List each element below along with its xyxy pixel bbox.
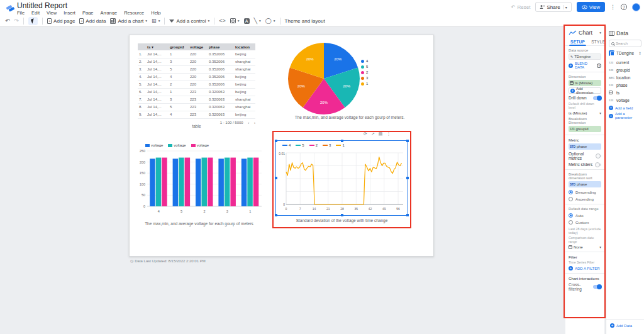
chart-type-icon[interactable]: ▤ (379, 131, 383, 136)
tab-setup[interactable]: SETUP (570, 40, 585, 44)
bar-chart[interactable]: 05010015020025045231 (136, 148, 265, 221)
tab-style[interactable]: STYLE (591, 40, 605, 44)
bar-4[interactable] (150, 159, 155, 206)
line-legend-item[interactable]: 5 (296, 143, 304, 147)
undo-icon[interactable]: ↶ (5, 18, 10, 24)
reset-button[interactable]: ↶Reset (511, 4, 531, 10)
report-title[interactable]: Untitled Report (17, 1, 67, 10)
line-chart-selected[interactable]: 45231 07142128354249560.010 (275, 140, 408, 216)
pie-legend-item[interactable]: 2 (361, 70, 368, 74)
blend-help-icon[interactable]: ? (597, 64, 601, 68)
table-row[interactable]: 5.Jul 14,...22200.352006beijing (138, 81, 255, 88)
pie-legend-item[interactable]: 4 (361, 59, 368, 63)
column-header-location[interactable]: location (234, 43, 255, 50)
optional-metrics-toggle[interactable] (596, 155, 601, 157)
bar-2[interactable] (202, 158, 208, 206)
table-row[interactable]: 2.Jul 14,...32200.352006shanghai (138, 58, 255, 65)
view-button[interactable]: View (577, 2, 605, 12)
data-source-row[interactable]: TDengine ⇕ (609, 50, 641, 56)
drill-down-toggle[interactable] (593, 96, 601, 100)
bar-3[interactable] (225, 158, 230, 206)
line-tool-button[interactable]: ╲▾ (254, 18, 261, 24)
data-source-chip[interactable]: ✎TDengine (569, 53, 601, 60)
bar-3[interactable] (218, 159, 224, 206)
add-page-button[interactable]: Add page (47, 18, 75, 24)
pie-legend-item[interactable]: 3 (361, 76, 368, 80)
shape-tool-button[interactable]: ◯▾ (265, 18, 275, 24)
cross-filtering-toggle[interactable] (593, 285, 601, 289)
dimension-chip[interactable]: ts (Minute) (569, 80, 601, 86)
pie-legend-item[interactable]: 5 (361, 65, 368, 69)
resize-handle[interactable] (341, 140, 343, 142)
column-header-ts[interactable]: ts ▾ (146, 43, 169, 50)
bar-2[interactable] (208, 158, 213, 206)
date-auto-option[interactable]: Auto (569, 213, 601, 218)
field-item-groupid[interactable]: 123groupid (609, 66, 641, 74)
collapse-fields-icon[interactable]: ⇕ (638, 51, 641, 55)
column-header-phase[interactable]: phase (208, 43, 234, 50)
bar-2[interactable] (196, 159, 201, 206)
bar-legend-item[interactable]: voltage (191, 143, 209, 147)
resize-handle[interactable] (275, 214, 277, 216)
pie-chart[interactable]: 20%20%20%20%20% (287, 42, 361, 118)
table-row[interactable]: 4.Jul 14,...42200.352006beijing (138, 73, 255, 81)
resize-handle[interactable] (341, 214, 343, 216)
add-field-button[interactable]: +Add a field (609, 106, 641, 110)
metric-sliders-toggle[interactable] (596, 164, 601, 166)
bar-1[interactable] (247, 158, 253, 206)
search-input[interactable] (616, 42, 639, 45)
image-tool-button[interactable]: ▾ (230, 18, 240, 23)
add-data-button-bottom[interactable]: +Add Data (610, 323, 640, 328)
share-dropdown-caret[interactable]: ▾ (563, 5, 567, 9)
bar-legend-item[interactable]: voltage (168, 143, 186, 147)
table-row[interactable]: 3.Jul 14,...52200.352006shanghai (138, 65, 255, 73)
date-custom-option[interactable]: Custom (569, 220, 601, 225)
theme-layout-button[interactable]: Theme and layout (285, 18, 325, 24)
add-filter-button[interactable]: +ADD A FILTER (569, 266, 601, 270)
bar-5[interactable] (185, 158, 191, 206)
resize-handle[interactable] (275, 140, 277, 142)
bar-4[interactable] (156, 158, 162, 206)
breakdown-sort-chip[interactable]: STDphase (569, 181, 601, 187)
share-button[interactable]: Share ▾ (535, 2, 571, 12)
share-chart-icon[interactable]: ↗ (371, 131, 375, 136)
chart-more-icon[interactable]: ⋮ (386, 131, 391, 136)
community-viz-button[interactable]: ⊞▾ (152, 18, 160, 24)
add-data-button[interactable]: Add data (79, 18, 106, 24)
bar-5[interactable] (173, 159, 179, 206)
bar-5[interactable] (179, 158, 184, 206)
field-item-ts[interactable]: ts (609, 89, 641, 96)
field-item-voltage[interactable]: 123voltage (609, 96, 641, 104)
pie-legend-item[interactable]: 1 (361, 82, 368, 86)
add-control-button[interactable]: Add a control▾ (169, 18, 209, 24)
add-chart-button[interactable]: Add a chart▾ (110, 18, 147, 24)
redo-icon[interactable]: ↷ (14, 18, 19, 24)
resize-handle[interactable] (406, 177, 409, 179)
report-canvas-page[interactable]: ts ▾groupidvoltagephaselocation 1.Jul 14… (129, 35, 434, 257)
add-dimension-chip[interactable]: +Add dimension (569, 87, 601, 94)
field-item-phase[interactable]: 123phase (609, 81, 641, 89)
bar-4[interactable] (162, 158, 167, 206)
line-legend-item[interactable]: 4 (282, 143, 291, 147)
column-header-voltage[interactable]: voltage (189, 43, 208, 50)
column-header-groupid[interactable]: groupid (169, 43, 189, 50)
more-options-icon[interactable]: ⋮ (610, 4, 616, 10)
line-legend-item[interactable]: 3 (323, 143, 331, 147)
table-row[interactable]: 1.Jul 14,...12200.352006beijing (138, 50, 255, 58)
chevron-down-icon[interactable]: ▾ (599, 31, 601, 35)
bar-1[interactable] (253, 158, 259, 206)
embed-icon[interactable]: <> (219, 18, 226, 24)
help-icon[interactable]: ? (621, 4, 627, 10)
field-search[interactable] (609, 40, 641, 47)
field-item-current[interactable]: 123current (609, 58, 641, 66)
line-legend-item[interactable]: 2 (309, 143, 318, 147)
table-row[interactable]: 9.Jul 14,...42230.320063beijing (138, 111, 255, 118)
resize-handle[interactable] (406, 140, 409, 142)
add-parameter-button[interactable]: +Add a parameter (609, 112, 641, 120)
sort-ascending-option[interactable]: Ascending (569, 197, 601, 201)
blend-data-button[interactable]: +BLEND DATA (569, 62, 597, 69)
data-table-chart[interactable]: ts ▾groupidvoltagephaselocation 1.Jul 14… (138, 43, 255, 119)
line-legend-item[interactable]: 1 (336, 143, 344, 147)
bar-3[interactable] (230, 158, 236, 206)
resize-handle[interactable] (406, 214, 409, 216)
